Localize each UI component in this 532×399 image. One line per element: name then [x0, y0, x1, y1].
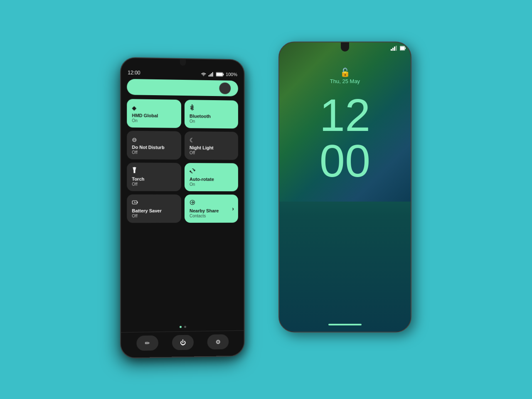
wifi-icon — [200, 71, 207, 76]
svg-rect-5 — [405, 47, 406, 49]
back-clock: 12 00 — [320, 92, 370, 184]
back-date: Thu, 25 May — [330, 78, 360, 84]
hmd-icon: ◆ — [132, 104, 176, 111]
front-time: 12:00 — [128, 70, 140, 76]
back-signal-icon — [391, 46, 398, 51]
power-button[interactable]: ⏻ — [172, 335, 194, 350]
back-notch — [341, 42, 349, 52]
hmd-sublabel: On — [132, 118, 176, 124]
tile-torch[interactable]: Torch Off — [127, 163, 181, 191]
power-icon: ⏻ — [180, 339, 186, 346]
qs-row-2: ⊖ Do Not Disturb Off ☾ Night Light Off — [127, 131, 238, 160]
svg-rect-19 — [133, 171, 135, 173]
qs-row-1: ◆ HMD Global On Bluetooth On — [127, 99, 238, 128]
auto-rotate-icon — [190, 168, 233, 175]
back-battery-icon — [400, 46, 406, 51]
bluetooth-sublabel: On — [190, 119, 233, 124]
qs-row-3: Torch Off Auto-rotate On — [127, 163, 238, 191]
settings-icon: ⚙ — [215, 338, 221, 345]
nearby-share-label: Nearby Share — [190, 208, 233, 214]
phone-back: 🔓 Thu, 25 May 12 00 — [278, 42, 411, 332]
night-light-label: Night Light — [190, 145, 233, 151]
auto-rotate-sublabel: On — [190, 182, 233, 187]
night-light-icon: ☾ — [190, 137, 233, 144]
auto-rotate-label: Auto-rotate — [190, 177, 233, 182]
svg-rect-13 — [216, 73, 222, 76]
svg-rect-22 — [137, 202, 138, 203]
edit-button[interactable]: ✏ — [136, 335, 158, 351]
brightness-slider[interactable] — [127, 79, 238, 96]
back-status-bar — [391, 46, 406, 51]
torch-icon — [132, 167, 176, 175]
back-lock-icon: 🔓 — [340, 67, 350, 77]
front-screen: 12:00 — [121, 58, 244, 358]
quick-settings-grid: ◆ HMD Global On Bluetooth On — [121, 99, 244, 323]
battery-saver-label: Battery Saver — [132, 208, 176, 214]
dnd-icon: ⊖ — [132, 136, 176, 143]
back-clock-hours: 12 — [320, 89, 370, 140]
nearby-share-sublabel: Contacts — [190, 214, 233, 219]
tile-auto-rotate[interactable]: Auto-rotate On — [185, 163, 238, 191]
svg-marker-2 — [394, 47, 395, 51]
nearby-share-arrow-icon: › — [232, 205, 234, 212]
edit-icon: ✏ — [145, 340, 150, 346]
dnd-sublabel: Off — [132, 150, 176, 155]
svg-rect-12 — [223, 74, 224, 75]
back-clock-minutes: 00 — [320, 135, 370, 186]
battery-icon — [216, 72, 224, 76]
battery-percent: 100% — [226, 72, 237, 77]
back-screen: 🔓 Thu, 25 May 12 00 — [279, 42, 411, 332]
bluetooth-label: Bluetooth — [190, 113, 233, 119]
battery-saver-icon — [132, 200, 176, 207]
dnd-label: Do Not Disturb — [132, 145, 176, 150]
front-notch — [180, 59, 186, 66]
svg-marker-1 — [392, 48, 394, 51]
bottom-toolbar: ✏ ⏻ ⚙ — [121, 330, 244, 358]
tile-bluetooth[interactable]: Bluetooth On — [185, 100, 238, 128]
svg-marker-0 — [391, 49, 392, 51]
brightness-container[interactable] — [121, 79, 244, 96]
torch-sublabel: Off — [132, 182, 176, 187]
torch-label: Torch — [132, 177, 176, 182]
page-dot-1 — [180, 326, 182, 328]
back-home-indicator — [328, 324, 362, 325]
svg-marker-10 — [212, 72, 213, 76]
svg-marker-8 — [210, 74, 211, 76]
phone-front: 12:00 — [120, 57, 245, 359]
nearby-share-icon — [190, 200, 233, 207]
svg-marker-3 — [396, 46, 397, 51]
scene: 🔓 Thu, 25 May 12 00 12:00 — [121, 33, 411, 366]
bluetooth-icon — [190, 104, 233, 112]
qs-row-4: Battery Saver Off Nearby Share Contacts … — [127, 195, 238, 223]
tile-hmd-global[interactable]: ◆ HMD Global On — [127, 99, 181, 128]
battery-saver-sublabel: Off — [132, 214, 176, 219]
night-light-sublabel: Off — [190, 150, 233, 156]
settings-button[interactable]: ⚙ — [207, 334, 229, 350]
svg-rect-6 — [400, 47, 404, 50]
tile-dnd[interactable]: ⊖ Do Not Disturb Off — [127, 131, 181, 160]
hmd-label: HMD Global — [132, 113, 176, 119]
page-dot-2 — [184, 326, 186, 328]
signal-icon — [209, 72, 214, 76]
tile-nearby-share[interactable]: Nearby Share Contacts › — [185, 195, 238, 223]
tile-battery-saver[interactable]: Battery Saver Off — [127, 195, 181, 223]
front-status-right: 100% — [200, 71, 237, 77]
brightness-thumb — [219, 82, 231, 94]
svg-marker-9 — [211, 73, 212, 76]
tile-night-light[interactable]: ☾ Night Light Off — [185, 131, 238, 160]
svg-marker-7 — [209, 75, 209, 76]
